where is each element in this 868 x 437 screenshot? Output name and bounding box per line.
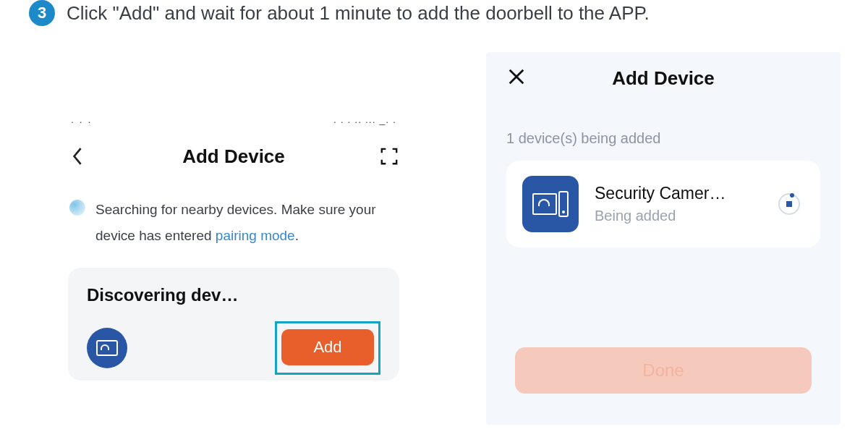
done-button-disabled: Done <box>515 347 812 394</box>
decorative-dots: . . .. . . .. ... _. . <box>71 114 396 125</box>
add-button-highlight: Add <box>275 321 380 375</box>
right-header: Add Device <box>486 52 841 104</box>
left-header: Add Device <box>56 139 411 174</box>
searching-row: Searching for nearby devices. Make sure … <box>69 197 398 249</box>
scan-icon <box>380 147 399 166</box>
device-name: Security Camer… <box>595 184 804 203</box>
device-icon <box>87 328 127 368</box>
add-button[interactable]: Add <box>281 329 374 365</box>
pairing-mode-link[interactable]: pairing mode <box>216 228 295 243</box>
searching-text: Searching for nearby devices. Make sure … <box>95 197 398 249</box>
right-screen-title: Add Device <box>612 67 715 90</box>
discovering-card: Discovering dev… Add <box>68 268 399 381</box>
step-number-badge: 3 <box>29 0 55 26</box>
scan-button[interactable] <box>375 142 404 171</box>
searching-text-suffix: . <box>295 228 299 243</box>
progress-indicator <box>778 193 800 215</box>
device-type-icon <box>522 176 579 232</box>
step-heading: 3 Click "Add" and wait for about 1 minut… <box>29 0 650 26</box>
device-progress-label: Being added <box>595 208 804 224</box>
screenshot-left: . . .. . . .. ... _. . Add Device Search… <box>56 52 411 414</box>
left-screen-title: Add Device <box>182 145 285 168</box>
back-button[interactable] <box>64 142 93 171</box>
adding-device-card: Security Camer… Being added <box>506 161 820 247</box>
step-instruction-text: Click "Add" and wait for about 1 minute … <box>67 2 650 25</box>
adding-status-text: 1 device(s) being added <box>506 130 660 147</box>
screenshot-right: Add Device 1 device(s) being added Secur… <box>486 52 841 425</box>
spinner-icon <box>69 200 85 216</box>
close-button[interactable] <box>502 62 531 91</box>
chevron-left-icon <box>72 146 85 166</box>
discovering-title: Discovering dev… <box>87 285 380 305</box>
close-icon <box>507 67 526 86</box>
